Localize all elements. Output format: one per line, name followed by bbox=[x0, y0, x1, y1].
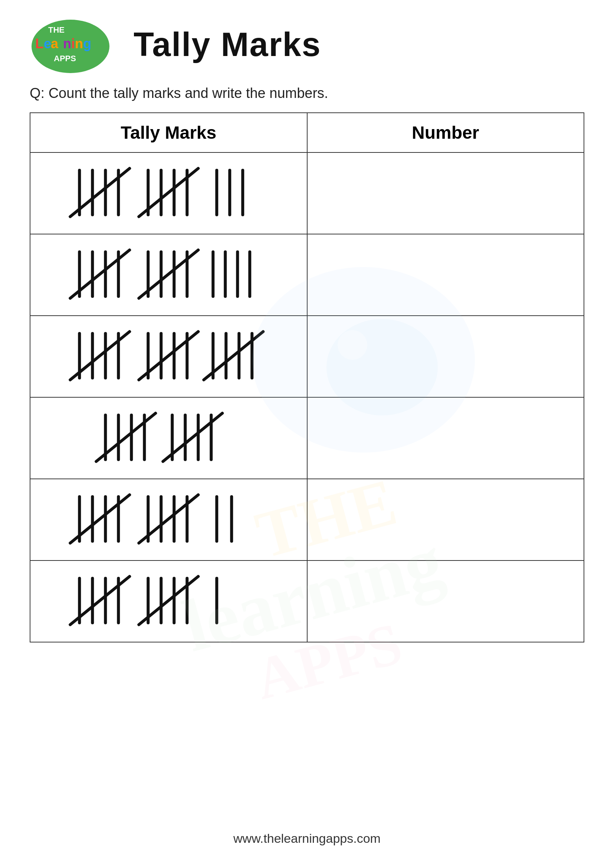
table-row bbox=[30, 234, 584, 316]
number-cell-5[interactable] bbox=[307, 479, 584, 561]
svg-text:r: r bbox=[58, 36, 63, 51]
tally-cell-5 bbox=[30, 479, 307, 561]
table-row bbox=[30, 316, 584, 397]
tally-cell-3 bbox=[30, 316, 307, 397]
svg-text:i: i bbox=[71, 36, 75, 51]
svg-text:n: n bbox=[75, 36, 83, 51]
footer: www.thelearningapps.com bbox=[0, 831, 614, 846]
page: THE L e a r n i n g APPS Tally Marks Q: … bbox=[0, 0, 614, 868]
table-row bbox=[30, 561, 584, 642]
svg-text:APPS: APPS bbox=[54, 54, 76, 63]
table-row bbox=[30, 397, 584, 479]
table-row bbox=[30, 479, 584, 561]
svg-text:g: g bbox=[83, 36, 91, 51]
table-row bbox=[30, 152, 584, 234]
website-text: www.thelearningapps.com bbox=[233, 831, 381, 845]
col-header-tally: Tally Marks bbox=[30, 113, 307, 152]
logo: THE L e a r n i n g APPS bbox=[30, 15, 111, 74]
number-cell-2[interactable] bbox=[307, 234, 584, 316]
number-cell-6[interactable] bbox=[307, 561, 584, 642]
tally-cell-2 bbox=[30, 234, 307, 316]
svg-text:n: n bbox=[63, 36, 71, 51]
tally-cell-6 bbox=[30, 561, 307, 642]
tally-table: Tally Marks Number bbox=[30, 112, 584, 642]
svg-text:e: e bbox=[44, 36, 51, 51]
number-cell-4[interactable] bbox=[307, 397, 584, 479]
svg-text:THE: THE bbox=[48, 25, 65, 34]
col-header-number: Number bbox=[307, 113, 584, 152]
page-title: Tally Marks bbox=[133, 26, 321, 64]
number-cell-3[interactable] bbox=[307, 316, 584, 397]
svg-text:a: a bbox=[51, 36, 59, 51]
number-cell-1[interactable] bbox=[307, 152, 584, 234]
tally-cell-1 bbox=[30, 152, 307, 234]
question-text: Q: Count the tally marks and write the n… bbox=[30, 85, 584, 101]
svg-text:L: L bbox=[35, 36, 43, 51]
header: THE L e a r n i n g APPS Tally Marks bbox=[30, 15, 584, 74]
tally-cell-4 bbox=[30, 397, 307, 479]
